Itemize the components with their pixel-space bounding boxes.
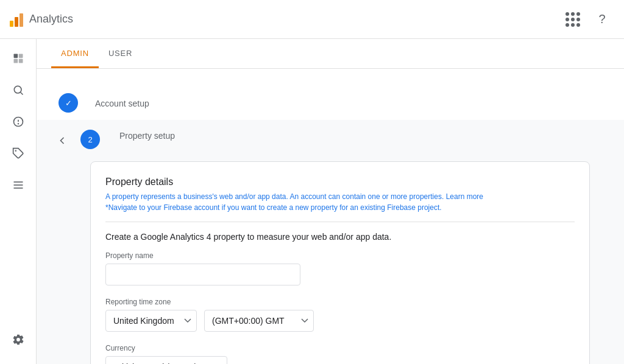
help-icon-button[interactable]: ? (590, 7, 614, 32)
step1-label: Account setup (95, 95, 149, 108)
timezone-select-group: (GMT+00:00) GMT (GMT+01:00) BST (204, 310, 314, 332)
top-bar-right: ? (561, 7, 614, 32)
logo-bar-2 (15, 17, 18, 27)
step1-check-icon: ✓ (65, 99, 72, 108)
property-name-group: Property name (105, 251, 575, 285)
country-select[interactable]: United Kingdom United States Canada Aust… (105, 310, 197, 332)
step2-section: 2 Property setup Property details A prop… (37, 120, 624, 364)
property-name-label: Property name (105, 251, 575, 260)
tab-user[interactable]: USER (99, 39, 142, 68)
svg-rect-0 (13, 54, 18, 58)
tabs: ADMIN USER (37, 39, 624, 69)
step1-left: ✓ (51, 91, 85, 113)
steps-area: ✓ Account setup 2 (37, 69, 624, 364)
timezone-label: Reporting time zone (105, 298, 575, 306)
sidebar-home-icon[interactable] (4, 44, 33, 73)
logo-bar-3 (20, 13, 23, 27)
sidebar (0, 39, 37, 364)
property-desc-text3: if you want to create a new property for… (222, 203, 442, 212)
content-area: ADMIN USER ✓ Account setup (37, 39, 624, 364)
svg-point-8 (18, 124, 18, 124)
sidebar-top (4, 44, 33, 200)
property-card: Property details A property represents a… (90, 161, 590, 364)
sidebar-alerts-icon[interactable] (4, 107, 33, 136)
property-desc-line1: A property represents a business's web a… (105, 192, 575, 201)
svg-point-4 (14, 86, 21, 93)
svg-line-5 (20, 93, 23, 95)
svg-rect-1 (18, 54, 23, 58)
property-name-input[interactable] (105, 264, 300, 285)
sidebar-list-icon[interactable] (4, 170, 33, 200)
property-subtitle: Create a Google Analytics 4 property to … (105, 232, 575, 242)
firebase-link[interactable]: *Navigate to your Firebase account (105, 203, 219, 212)
back-button[interactable] (51, 130, 73, 152)
step2-indicator: 2 (80, 130, 100, 149)
property-divider (105, 222, 575, 222)
grid-icon (566, 12, 580, 27)
tab-admin[interactable]: ADMIN (51, 39, 99, 68)
main-layout: ADMIN USER ✓ Account setup (0, 39, 624, 364)
property-desc-text1: A property represents a business's web a… (105, 192, 444, 201)
currency-group: Currency British Pound (GBP £) US Dollar… (105, 344, 575, 364)
app-brand: Analytics (10, 12, 73, 27)
learn-more-link[interactable]: Learn more (446, 192, 483, 201)
sidebar-search-icon[interactable] (4, 75, 33, 105)
property-desc-line2: *Navigate to your Firebase account if yo… (105, 203, 575, 212)
step1-row: ✓ Account setup (37, 83, 624, 120)
top-bar: Analytics ? (0, 0, 624, 39)
step1-indicator: ✓ (58, 93, 78, 113)
sidebar-settings-icon[interactable] (4, 325, 33, 354)
sidebar-tag-icon[interactable] (4, 139, 33, 168)
svg-rect-3 (18, 59, 23, 63)
country-select-group: United Kingdom United States Canada Aust… (105, 310, 197, 332)
step2-label: Property setup (119, 127, 175, 141)
property-card-title: Property details (105, 177, 575, 187)
logo-bar-1 (10, 21, 13, 27)
timezone-select[interactable]: (GMT+00:00) GMT (GMT+01:00) BST (204, 310, 314, 332)
grid-icon-button[interactable] (561, 7, 585, 32)
help-icon: ? (598, 12, 605, 26)
currency-label: Currency (105, 344, 575, 352)
app-title: Analytics (29, 13, 73, 26)
currency-select[interactable]: British Pound (GBP £) US Dollar (USD $) … (105, 356, 227, 364)
svg-rect-2 (13, 59, 18, 63)
timezone-group: Reporting time zone United Kingdom Unite… (105, 298, 575, 332)
analytics-logo (10, 12, 23, 27)
